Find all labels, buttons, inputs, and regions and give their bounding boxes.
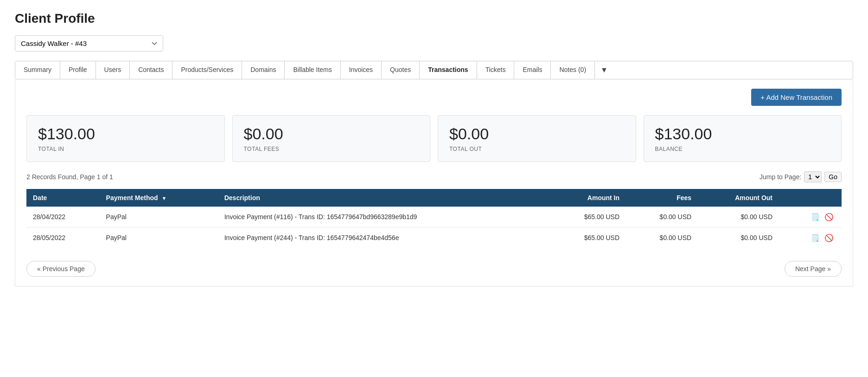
stats-row: $130.00 TOTAL IN $0.00 TOTAL FEES $0.00 … [26,115,842,162]
col-description: Description [218,189,549,207]
cell-date: 28/04/2022 [26,207,100,228]
col-amount-out: Amount Out [698,189,779,207]
cell-amount-in: $65.00 USD [549,207,626,228]
tab-profile[interactable]: Profile [60,61,96,79]
stat-total-in-value: $130.00 [38,125,213,143]
delete-icon[interactable]: 🚫 [823,212,835,222]
next-page-button[interactable]: Next Page » [785,261,842,277]
cell-amount-out: $0.00 USD [698,228,779,248]
edit-icon[interactable]: 🗒️ [809,212,821,222]
tab-contacts[interactable]: Contacts [130,61,172,79]
tab-transactions[interactable]: Transactions [420,61,477,79]
stat-balance: $130.00 BALANCE [644,115,842,162]
tab-emails[interactable]: Emails [514,61,551,79]
previous-page-button[interactable]: « Previous Page [26,261,96,277]
jump-to-page: Jump to Page: 1 Go [760,171,842,182]
col-date: Date [26,189,100,207]
stat-total-fees-label: TOTAL FEES [244,146,419,152]
cell-payment-method: PayPal [100,207,218,228]
stat-total-out-label: TOTAL OUT [449,146,625,152]
tab-products-services[interactable]: Products/Services [172,61,242,79]
transactions-table: Date Payment Method ▼ Description Amount… [26,189,842,248]
col-fees: Fees [626,189,698,207]
stat-balance-label: BALANCE [655,146,830,152]
toolbar: + Add New Transaction [26,89,842,106]
tab-bar: Summary Profile Users Contacts Products/… [15,61,853,79]
add-new-transaction-button[interactable]: + Add New Transaction [751,89,842,106]
cell-payment-method: PayPal [100,228,218,248]
jump-label: Jump to Page: [760,173,801,181]
jump-page-select[interactable]: 1 [804,171,822,182]
cell-fees: $0.00 USD [626,228,698,248]
cell-description: Invoice Payment (#116) - Trans ID: 16547… [218,207,549,228]
cell-date: 28/05/2022 [26,228,100,248]
stat-total-out: $0.00 TOTAL OUT [438,115,636,162]
col-payment-method[interactable]: Payment Method ▼ [100,189,218,207]
cell-actions: 🗒️ 🚫 [779,207,842,228]
cell-amount-out: $0.00 USD [698,207,779,228]
stat-total-out-value: $0.00 [449,125,625,143]
tab-notes[interactable]: Notes (0) [551,61,595,79]
stat-total-in-label: TOTAL IN [38,146,213,152]
table-header-row: Date Payment Method ▼ Description Amount… [26,189,842,207]
tab-billable-items[interactable]: Billable Items [285,61,340,79]
cell-actions: 🗒️ 🚫 [779,228,842,248]
table-row: 28/05/2022 PayPal Invoice Payment (#244)… [26,228,842,248]
edit-icon[interactable]: 🗒️ [809,233,821,243]
tab-users[interactable]: Users [96,61,130,79]
client-selector[interactable]: Cassidy Walker - #43 [15,35,853,52]
stat-balance-value: $130.00 [655,125,830,143]
tab-quotes[interactable]: Quotes [382,61,420,79]
content-area: + Add New Transaction $130.00 TOTAL IN $… [15,79,853,286]
stat-total-in: $130.00 TOTAL IN [26,115,225,162]
delete-icon[interactable]: 🚫 [823,233,835,243]
tab-tickets[interactable]: Tickets [477,61,515,79]
cell-fees: $0.00 USD [626,207,698,228]
records-info: 2 Records Found, Page 1 of 1 Jump to Pag… [26,171,842,182]
tab-more[interactable]: ▼ [595,61,613,79]
table-row: 28/04/2022 PayPal Invoice Payment (#116)… [26,207,842,228]
client-dropdown[interactable]: Cassidy Walker - #43 [15,35,163,52]
col-amount-in: Amount In [549,189,626,207]
cell-amount-in: $65.00 USD [549,228,626,248]
tab-domains[interactable]: Domains [242,61,285,79]
stat-total-fees-value: $0.00 [244,125,419,143]
stat-total-fees: $0.00 TOTAL FEES [232,115,431,162]
tab-invoices[interactable]: Invoices [341,61,382,79]
records-found-text: 2 Records Found, Page 1 of 1 [26,173,113,181]
sort-icon: ▼ [161,195,166,201]
page-title: Client Profile [15,11,853,26]
col-actions [779,189,842,207]
cell-description: Invoice Payment (#244) - Trans ID: 16547… [218,228,549,248]
go-button[interactable]: Go [824,172,842,182]
pagination: « Previous Page Next Page » [26,261,842,277]
tab-summary[interactable]: Summary [15,61,60,79]
